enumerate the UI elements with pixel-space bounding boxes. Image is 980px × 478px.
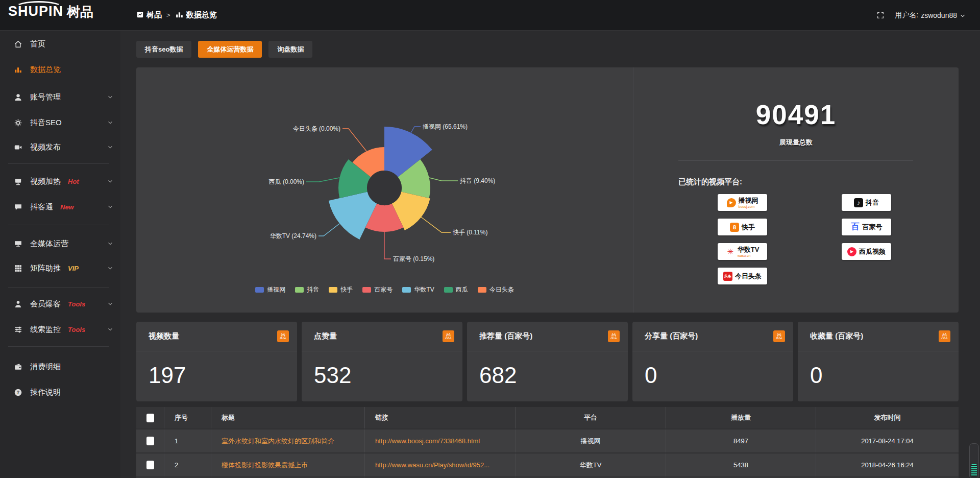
logo-text-cn: 树品	[67, 5, 93, 18]
video-title-link[interactable]: 楼体投影灯投影效果震撼上市	[222, 461, 308, 470]
stat-card-header: 推荐量 (百家号) 总	[467, 322, 628, 351]
platform-badge-2: ✳ 华数TV wasu.cn	[718, 243, 767, 260]
platforms-label: 已统计的视频平台:	[678, 177, 742, 187]
stat-card-value: 0	[810, 363, 959, 388]
legend-swatch	[295, 287, 304, 293]
row-select-cell	[136, 429, 164, 452]
row-title-cell: 楼体投影灯投影效果震撼上市	[211, 453, 365, 476]
video-title-link[interactable]: 室外水纹灯和室内水纹灯的区别和简介	[222, 437, 334, 446]
legend-item-4[interactable]: 华数TV	[402, 285, 434, 294]
legend-item-5[interactable]: 西瓜	[444, 285, 468, 294]
platform-badge-0: ▶ 播视网 boosj.com	[718, 194, 767, 211]
total-badge: 总	[277, 330, 289, 342]
bar-chart-icon	[175, 10, 184, 20]
video-url-link[interactable]: http://www.wasu.cn/Play/show/id/952...	[375, 461, 489, 469]
chart-legend: 播视网 抖音 快手 百家号 华数TV 西瓜 今日头条	[136, 285, 633, 294]
sidebar-badge-member-baoke: Tools	[68, 300, 85, 308]
row-plays: 5438	[666, 453, 816, 476]
user-menu[interactable]: 用户名: zswodun88	[895, 11, 966, 20]
pie-label: 播视网 (65.61%)	[423, 123, 468, 130]
legend-item-2[interactable]: 快手	[329, 285, 353, 294]
pie-label-line	[421, 217, 451, 232]
platform-sub: wasu.cn	[738, 254, 751, 257]
sidebar-item-douketong[interactable]: 抖客通 New	[0, 196, 120, 218]
platform-badge-3: 头条 今日头条	[718, 268, 767, 284]
app-box-icon	[136, 11, 144, 20]
sidebar-item-account-management[interactable]: 账号管理	[0, 86, 120, 108]
platform-name: 抖音	[866, 199, 879, 206]
sidebar: 首页 数据总览 账号管理 抖音SEO 视频发布 视频加热 Hot	[0, 30, 120, 478]
svg-text:?: ?	[17, 390, 19, 395]
sidebar-item-label: 矩阵助推	[30, 264, 61, 273]
stat-card-4: 收藏量 (百家号) 总 0	[798, 322, 959, 401]
chevron-down-icon	[107, 144, 113, 150]
sidebar-item-operation-guide[interactable]: ? 操作说明	[0, 381, 120, 403]
tab-douyin-seo-data[interactable]: 抖音seo数据	[136, 41, 191, 58]
platform-name: 百家号	[863, 224, 883, 230]
video-publish-icon	[14, 143, 23, 152]
video-url-link[interactable]: http://www.boosj.com/7338468.html	[375, 437, 480, 445]
sidebar-item-omni-media[interactable]: 全媒体运营	[0, 232, 120, 255]
breadcrumb: 树品 > 数据总览	[136, 0, 217, 30]
sidebar-item-video-heat[interactable]: 视频加热 Hot	[0, 170, 120, 193]
legend-label: 百家号	[374, 285, 393, 294]
stat-card-label: 推荐量 (百家号)	[479, 331, 532, 341]
row-checkbox[interactable]	[146, 461, 154, 469]
pie-label-line	[411, 127, 421, 133]
pie-svg: 播视网 (65.61%)抖音 (9.40%)快手 (0.11%)百家号 (0.1…	[136, 67, 633, 313]
sidebar-item-label: 线索监控	[30, 325, 61, 334]
sidebar-item-data-overview[interactable]: 数据总览	[0, 58, 120, 81]
platform-name: 华数TV	[738, 246, 760, 253]
sidebar-badge-matrix-boost: VIP	[68, 265, 79, 272]
stat-card-value: 532	[314, 363, 462, 388]
floating-widget[interactable]	[969, 443, 979, 478]
fullscreen-icon[interactable]	[876, 11, 885, 19]
chevron-down-icon	[107, 204, 113, 210]
select-all-checkbox[interactable]	[146, 414, 154, 422]
platform-badge-1: 8 快手	[718, 219, 767, 235]
sidebar-divider	[8, 163, 109, 164]
floating-widget-stripes	[971, 464, 977, 476]
omni-media-icon	[14, 240, 23, 248]
sidebar-item-consumption-detail[interactable]: 消费明细	[0, 355, 120, 378]
sidebar-item-matrix-boost[interactable]: 矩阵助推 VIP	[0, 257, 120, 279]
table-row: 1 室外水纹灯和室内水纹灯的区别和简介 http://www.boosj.com…	[136, 429, 959, 453]
chevron-down-icon	[107, 119, 113, 126]
legend-item-0[interactable]: 播视网	[255, 285, 285, 294]
sidebar-item-video-publish[interactable]: 视频发布	[0, 136, 120, 158]
stat-card-header: 视频数量 总	[136, 322, 297, 351]
sidebar-item-douyin-seo[interactable]: 抖音SEO	[0, 111, 120, 134]
legend-swatch	[329, 287, 337, 293]
summary-divider	[678, 160, 913, 161]
stat-card-1: 点赞量 总 532	[302, 322, 462, 401]
breadcrumb-item-shupin[interactable]: 树品	[136, 10, 162, 20]
sidebar-item-home[interactable]: 首页	[0, 33, 120, 55]
sidebar-badge-douketong: New	[60, 203, 74, 211]
sidebar-badge-video-heat: Hot	[68, 178, 79, 185]
videos-table: 序号 标题 链接 平台 播放量 发布时间 1 室外水纹灯和室内水纹灯的区别和简介…	[136, 407, 959, 478]
stat-card-label: 视频数量	[149, 331, 179, 341]
video-heat-icon	[14, 177, 23, 186]
tab-omni-media-data[interactable]: 全媒体运营数据	[198, 41, 262, 58]
sidebar-item-lead-monitor[interactable]: 线索监控 Tools	[0, 318, 120, 341]
total-badge: 总	[443, 330, 454, 342]
col-link: 链接	[365, 407, 516, 428]
pie-slice-4[interactable]	[329, 192, 377, 240]
app-logo[interactable]: SHUPIN 树品	[8, 5, 93, 18]
row-checkbox[interactable]	[146, 437, 154, 445]
row-index: 2	[164, 453, 211, 476]
topbar: SHUPIN 树品 树品 > 数据总览 用户名: zswodun88	[0, 0, 980, 31]
sidebar-item-member-baoke[interactable]: 会员爆客 Tools	[0, 293, 120, 315]
row-title-cell: 室外水纹灯和室内水纹灯的区别和简介	[211, 429, 365, 452]
tab-inquiry-data[interactable]: 询盘数据	[268, 41, 312, 58]
legend-item-1[interactable]: 抖音	[295, 285, 319, 294]
stat-card-value: 682	[479, 363, 628, 388]
breadcrumb-label: 树品	[146, 10, 162, 20]
legend-item-3[interactable]: 百家号	[362, 285, 393, 294]
breadcrumb-item-data-overview[interactable]: 数据总览	[175, 10, 217, 20]
legend-swatch	[255, 287, 264, 293]
sidebar-item-label: 抖音SEO	[30, 118, 62, 128]
legend-item-6[interactable]: 今日头条	[478, 285, 514, 294]
row-link-cell: http://www.boosj.com/7338468.html	[365, 429, 516, 452]
stat-card-header: 分享量 (百家号) 总	[632, 322, 793, 351]
